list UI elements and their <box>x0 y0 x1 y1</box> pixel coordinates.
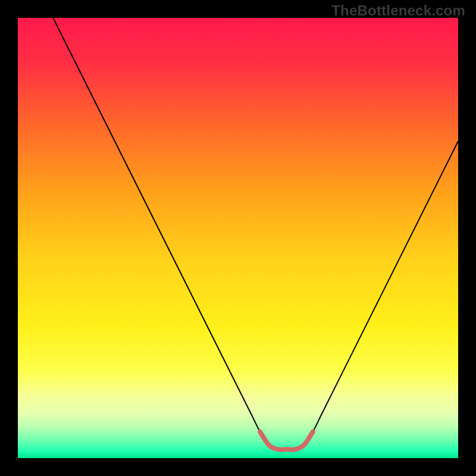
chart-frame: TheBottleneck.com <box>0 0 476 476</box>
gradient-background <box>18 18 458 458</box>
bottleneck-chart-svg <box>18 18 458 458</box>
watermark-text: TheBottleneck.com <box>331 2 465 19</box>
plot-area <box>18 18 458 458</box>
